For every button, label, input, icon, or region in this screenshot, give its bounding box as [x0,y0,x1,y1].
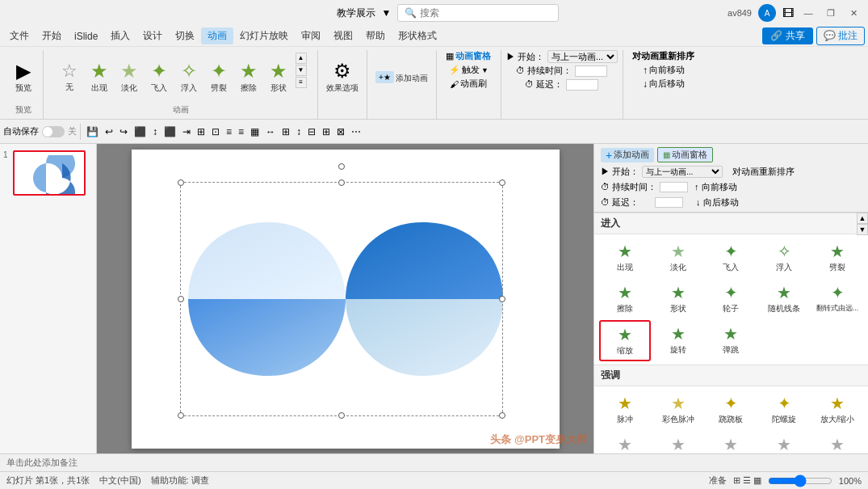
menu-view[interactable]: 视图 [327,27,359,44]
enter-float[interactable]: ✧ 浮入 [758,238,810,277]
menu-start[interactable]: 开始 [36,27,68,44]
toolbar-btn-14[interactable]: ↕ [294,125,304,138]
close-button[interactable]: ✕ [845,5,862,21]
handle-bl[interactable] [178,412,184,419]
menu-slideshow[interactable]: 幻灯片放映 [233,27,295,44]
panel-scroll-down[interactable]: ▼ [857,224,868,235]
handle-tl[interactable] [178,179,184,186]
handle-tr[interactable] [499,179,505,186]
redo-button[interactable]: ↪ [117,125,130,138]
zoom-slider[interactable] [768,474,832,487]
trigger-button[interactable]: ⚡ 触发 ▼ [449,64,489,76]
handle-bc[interactable] [338,412,345,419]
handle-br[interactable] [499,412,505,419]
menu-transition[interactable]: 切换 [169,27,201,44]
effect-options-button[interactable]: ⚙ 效果选项 [323,60,362,95]
menu-help[interactable]: 帮助 [359,27,392,44]
handle-ml[interactable] [178,296,184,302]
toolbar-btn-17[interactable]: ⊠ [334,125,347,138]
anim-appear-button[interactable]: ★ 出现 [85,60,114,95]
toolbar-btn-15[interactable]: ⊟ [305,125,318,138]
emph-teeter[interactable]: ✦ 跷跷板 [706,390,757,429]
timing-start-select[interactable]: 与上一动画... [642,166,723,178]
panel-add-animation[interactable]: + 添加动画 [601,148,654,162]
menu-shape-format[interactable]: 形状格式 [392,27,443,44]
menu-insert[interactable]: 插入 [104,27,136,44]
user-avatar[interactable]: A [758,4,776,22]
menu-review[interactable]: 审阅 [295,27,327,44]
enter-wipe[interactable]: ★ 擦除 [599,279,651,318]
enter-random[interactable]: ★ 随机线条 [758,279,810,318]
enter-shape[interactable]: ★ 形状 [652,279,704,318]
enter-fade[interactable]: ★ 淡化 [652,238,704,277]
enter-flip[interactable]: ✦ 翻转式由远... [811,279,863,318]
toolbar-btn-13[interactable]: ⊞ [279,125,292,138]
toolbar-btn-8[interactable]: ⊡ [209,125,222,138]
ribbon-scroll-down[interactable]: ▼ [296,65,307,76]
language[interactable]: 中文(中国) [99,474,140,487]
panel-delay-input[interactable] [655,197,683,208]
slide-canvas[interactable] [132,150,560,449]
ribbon-scroll-up[interactable]: ▲ [296,53,307,64]
emph-darken[interactable]: ★ 加深 [652,431,704,453]
emph-object-color[interactable]: ★ 对象颜色 [811,431,863,453]
start-select[interactable]: 与上一动画... [547,50,618,63]
toolbar-btn-11[interactable]: ▦ [248,125,262,138]
save-button[interactable]: 💾 [84,125,101,138]
ribbon-scroll-more[interactable]: ≡ [296,77,307,88]
menu-islide[interactable]: iSlide [68,29,104,44]
move-later-button[interactable]: ↓向后移动 [643,78,685,90]
search-input[interactable] [420,7,549,19]
accessibility[interactable]: 辅助功能: 调查 [151,474,209,487]
autosave-toggle[interactable] [42,126,65,137]
enter-appear[interactable]: ★ 出现 [599,238,651,277]
anim-fade-button[interactable]: ★ 淡化 [115,60,144,95]
anim-split-button[interactable]: ✦ 劈裂 [204,60,233,95]
search-box[interactable]: 🔍 [397,4,559,22]
add-animation-button[interactable]: +★ 添加动画 [372,70,431,86]
enter-bounce[interactable]: ★ 弹跳 [706,320,757,361]
handle-tc[interactable] [338,179,345,186]
emph-desaturate[interactable]: ★ 不饱和 [599,431,651,453]
minimize-button[interactable]: — [800,5,816,21]
menu-file[interactable]: 文件 [3,27,36,44]
enter-fly[interactable]: ✦ 飞入 [706,238,757,277]
title-dropdown[interactable]: ▼ [382,7,392,19]
notes-bar[interactable]: 单击此处添加备注 [0,453,868,471]
emph-pulse[interactable]: ★ 脉冲 [599,390,651,429]
toolbar-btn-10[interactable]: ≡ [236,125,246,138]
anim-wipe-button[interactable]: ★ 擦除 [234,60,263,95]
animation-pane-button[interactable]: ▦ 动画窗格 [446,50,491,62]
toolbar-btn-16[interactable]: ⊞ [320,125,333,138]
anim-none-button[interactable]: ☆ 无 [55,61,84,95]
ribbon-icon[interactable]: 🎞 [782,6,794,19]
emph-spin[interactable]: ✦ 陀螺旋 [758,390,810,429]
enter-wheel[interactable]: ✦ 轮子 [706,279,757,318]
enter-rotate[interactable]: ★ 旋转 [652,320,704,361]
toolbar-btn-4[interactable]: ↕ [150,125,160,138]
menu-design[interactable]: 设计 [136,27,169,44]
animation-painter-button[interactable]: 🖌 动画刷 [450,78,487,90]
anim-shape-button[interactable]: ★ 形状 [264,60,293,95]
emph-lighten[interactable]: ★ 变淡 [706,431,757,453]
toolbar-btn-7[interactable]: ⊞ [195,125,208,138]
menu-animation[interactable]: 动画 [201,27,233,44]
toolbar-btn-6[interactable]: ⇥ [180,125,193,138]
toolbar-btn-9[interactable]: ≡ [224,125,234,138]
handle-mr[interactable] [499,296,505,302]
restore-button[interactable]: ❐ [823,5,839,21]
expand-toolbar[interactable]: ⋯ [349,125,363,138]
enter-zoom[interactable]: ★ 缩放 [599,320,651,361]
duration-input[interactable] [575,65,607,77]
toolbar-btn-3[interactable]: ⬛ [132,125,149,138]
emph-transparency[interactable]: ★ 透明 [758,431,810,453]
delay-input[interactable] [566,79,598,91]
preview-button[interactable]: ▶ 预览 [9,60,38,95]
emph-grow-shrink[interactable]: ★ 放大/缩小 [811,390,863,429]
enter-split[interactable]: ★ 劈裂 [811,238,863,277]
panel-animation-pane-btn[interactable]: ▦ 动画窗格 [657,147,713,162]
anim-fly-button[interactable]: ✦ 飞入 [145,60,174,95]
toolbar-btn-5[interactable]: ⬛ [161,125,178,138]
panel-duration-input[interactable] [660,182,688,192]
toolbar-btn-12[interactable]: ↔ [263,125,278,138]
